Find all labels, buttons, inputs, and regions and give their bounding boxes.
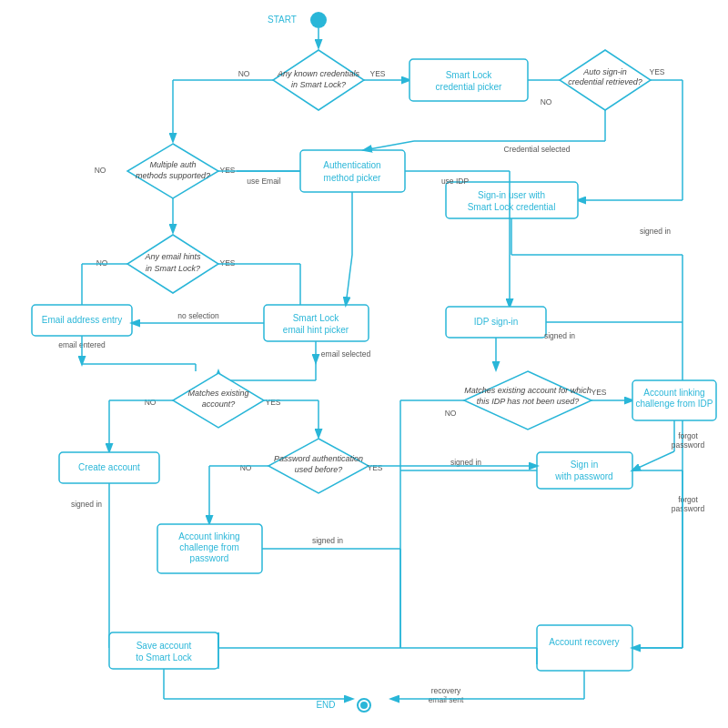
credential-selected-label: Credential selected	[504, 145, 571, 154]
b9-text-2: challenge from	[179, 542, 239, 552]
arrow-linking-to-pwd	[632, 451, 674, 470]
q5-no-label: NO	[145, 398, 157, 407]
use-idp-label: use IDP	[441, 177, 470, 186]
b2-text-2: Smart Lock credential	[468, 202, 556, 212]
box-account-recovery	[537, 625, 632, 671]
q7-no-label: NO	[445, 409, 457, 418]
box-auth-method	[300, 150, 405, 192]
b3-text-2: method picker	[324, 173, 381, 183]
q2-text-2: credential retrieved?	[568, 77, 642, 86]
q4-text-1: Any email hints	[144, 252, 201, 261]
start-node	[310, 12, 327, 28]
q6-text-2: used before?	[295, 465, 343, 474]
start-label: START	[268, 15, 297, 25]
box-save-smart-lock	[109, 632, 218, 669]
box-credential-picker	[410, 59, 528, 101]
q5-text-1: Matches existing	[187, 389, 248, 398]
q3-text-2: methods supported?	[136, 171, 210, 180]
b8-text-2: challenge from IDP	[635, 399, 713, 409]
b11-text-2: to Smart Lock	[136, 652, 193, 662]
q3-text-1: Multiple auth	[149, 160, 196, 169]
linking-signed-in-label: signed in	[312, 536, 343, 545]
b7-text: Create account	[78, 462, 140, 472]
q5-yes-label: YES	[265, 398, 280, 407]
no-selection-label: no selection	[177, 311, 219, 320]
b2-text-1: Sign-in user with	[478, 190, 545, 200]
q1-text-1: Any known credentials	[277, 69, 360, 78]
b9-text-3: password	[190, 553, 229, 563]
q6-text-1: Password authentication	[274, 454, 363, 463]
q4-text-2: in Smart Lock?	[146, 264, 200, 273]
b6-text-2: email hint picker	[283, 325, 349, 335]
q6-no-label: NO	[240, 463, 252, 472]
q1-text-2: in Smart Lock?	[291, 80, 346, 89]
forgot-pwd-label-1: forgot	[678, 431, 698, 440]
recovery-email-label-1: recovery	[431, 686, 461, 695]
arrow-auth-email-hint	[346, 255, 352, 305]
q3-no-label: NO	[95, 166, 106, 175]
b1-text-1: Smart Lock	[446, 70, 493, 80]
email-selected-label: email selected	[321, 349, 371, 359]
q7-yes-label: YES	[591, 388, 606, 397]
forgot-pwd-label-3: forgot	[678, 495, 698, 504]
idp-signed-in-label: signed in	[544, 331, 575, 340]
b8-text-1: Account linking	[643, 388, 704, 398]
b4-text-1: IDP sign-in	[474, 317, 519, 327]
recovery-email-label-2: email sent	[429, 695, 464, 704]
q2-yes-label: YES	[649, 67, 664, 76]
b1-text-2: credential picker	[436, 82, 502, 92]
q2-no-label: NO	[541, 97, 552, 106]
end-label: END	[316, 700, 335, 710]
q1-no-label: NO	[238, 69, 250, 78]
box-signin-smart-lock	[446, 182, 578, 218]
forgot-pwd-label-2: password	[672, 440, 705, 450]
q5-text-2: account?	[202, 399, 236, 409]
b3-text-1: Authentication	[323, 160, 380, 170]
forgot-pwd-label-4: password	[672, 504, 705, 513]
b9-text-1: Account linking	[178, 531, 239, 541]
q6-yes-label: YES	[367, 463, 382, 472]
b5-text-1: Email address entry	[42, 315, 122, 325]
box-email-hint-picker	[264, 305, 369, 341]
q7-text-1: Matches existing account for which	[464, 386, 592, 395]
end-dot	[360, 702, 368, 709]
signed-in-label-1: signed in	[640, 227, 671, 236]
b10-text-1: Sign in	[571, 460, 599, 470]
b6-text-1: Smart Lock	[293, 313, 340, 323]
q1-yes-label: YES	[369, 69, 385, 78]
b12-text-1: Account recovery	[549, 637, 619, 647]
q7-text-2: this IDP has not been used?	[477, 397, 580, 406]
q2-text-1: Auto sign-in	[582, 67, 627, 76]
use-email-label: use Email	[247, 177, 280, 186]
arrow-cred-auth	[364, 141, 414, 150]
create-signed-in-label: signed in	[71, 500, 102, 509]
b10-text-2: with password	[554, 471, 612, 481]
b11-text-1: Save account	[136, 641, 192, 651]
